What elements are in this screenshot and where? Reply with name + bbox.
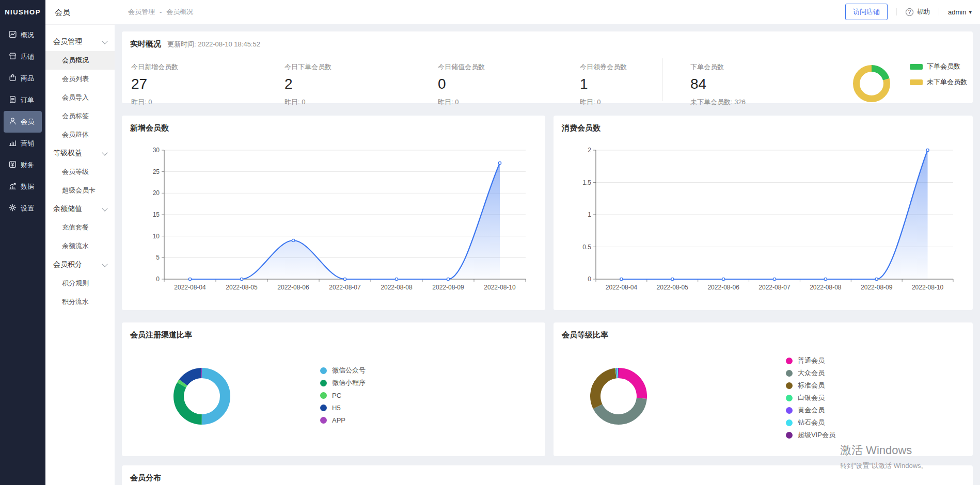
breadcrumb-parent[interactable]: 会员管理 bbox=[128, 7, 155, 17]
stat-label: 今日新增会员数 bbox=[131, 62, 260, 72]
submenu-item-超级会员卡[interactable]: 超级会员卡 bbox=[45, 181, 115, 200]
submenu-item-充值套餐[interactable]: 充值套餐 bbox=[45, 218, 115, 237]
stat-value: 84 bbox=[690, 76, 819, 92]
legend-swatch bbox=[320, 417, 327, 424]
stat-value: 1 bbox=[580, 76, 709, 92]
realtime-header: 实时概况 更新时间: 2022-08-10 18:45:52 bbox=[130, 39, 260, 49]
help-button[interactable]: ? 帮助 bbox=[906, 7, 930, 17]
submenu-group-会员积分[interactable]: 会员积分 bbox=[45, 255, 115, 274]
submenu-item-会员列表[interactable]: 会员列表 bbox=[45, 70, 115, 88]
sidebar-item-marketing[interactable]: 营销 bbox=[4, 133, 42, 154]
legend-swatch bbox=[320, 367, 327, 374]
sidebar-item-finance[interactable]: 财务 bbox=[4, 154, 42, 176]
svg-text:25: 25 bbox=[153, 168, 160, 175]
submenu-group-等级权益[interactable]: 等级权益 bbox=[45, 144, 115, 163]
sidebar-item-data[interactable]: 数据 bbox=[4, 176, 42, 198]
legend-item[interactable]: 超级VIP会员 bbox=[786, 429, 835, 441]
consume-members-line-chart: 00.511.522022-08-042022-08-052022-08-062… bbox=[554, 116, 973, 310]
svg-text:5: 5 bbox=[156, 254, 160, 261]
sidebar-item-label: 财务 bbox=[21, 160, 34, 170]
new-members-line-chart: 0510152025302022-08-042022-08-052022-08-… bbox=[122, 116, 545, 310]
legend-item[interactable]: PC bbox=[320, 389, 366, 401]
legend-item[interactable]: 微信公众号 bbox=[320, 364, 366, 377]
legend-item[interactable]: 白银会员 bbox=[786, 392, 835, 404]
legend-swatch bbox=[786, 358, 793, 364]
stat-card: 今日储值会员数 0 昨日: 0 bbox=[438, 62, 567, 107]
svg-text:1.5: 1.5 bbox=[582, 179, 591, 186]
register-channel-title: 会员注册渠道比率 bbox=[130, 330, 192, 340]
realtime-title: 实时概况 bbox=[130, 39, 161, 49]
submenu-item-会员标签[interactable]: 会员标签 bbox=[45, 107, 115, 125]
legend-label: 普通会员 bbox=[798, 356, 825, 365]
legend-swatch bbox=[910, 64, 923, 70]
stat-label: 下单会员数 bbox=[690, 62, 819, 72]
sidebar-item-goods[interactable]: 商品 bbox=[4, 68, 42, 89]
legend-item[interactable]: 标准会员 bbox=[786, 379, 835, 392]
chevron-down-icon bbox=[102, 150, 107, 155]
marketing-icon bbox=[8, 138, 17, 149]
legend-item[interactable]: 普通会员 bbox=[786, 354, 835, 367]
submenu-group-会员管理[interactable]: 会员管理 bbox=[45, 33, 115, 51]
member-level-legend: 普通会员大众会员标准会员白银会员黄金会员钻石会员超级VIP会员 bbox=[786, 354, 835, 441]
stat-sub: 昨日: 0 bbox=[131, 98, 260, 107]
sidebar-item-label: 店铺 bbox=[21, 52, 34, 61]
legend-item[interactable]: APP bbox=[320, 414, 366, 426]
member-level-panel: 会员等级比率 普通会员大众会员标准会员白银会员黄金会员钻石会员超级VIP会员 bbox=[554, 322, 973, 456]
sidebar-item-overview[interactable]: 概况 bbox=[4, 24, 42, 46]
legend-label: 下单会员数 bbox=[927, 62, 960, 71]
submenu-item-积分流水[interactable]: 积分流水 bbox=[45, 293, 115, 311]
sidebar-item-shop[interactable]: 店铺 bbox=[4, 46, 42, 68]
legend-label: 微信小程序 bbox=[332, 378, 366, 387]
visit-shop-button[interactable]: 访问店铺 bbox=[845, 4, 888, 20]
sidebar-item-members[interactable]: 会员 bbox=[4, 111, 42, 133]
svg-text:2022-08-04: 2022-08-04 bbox=[606, 284, 638, 291]
submenu-item-会员等级[interactable]: 会员等级 bbox=[45, 163, 115, 181]
legend-item[interactable]: 下单会员数 bbox=[910, 62, 967, 71]
submenu-group-label: 等级权益 bbox=[53, 149, 82, 158]
stat-label: 今日领券会员数 bbox=[580, 62, 709, 72]
submenu-item-会员群体[interactable]: 会员群体 bbox=[45, 125, 115, 144]
svg-text:2022-08-06: 2022-08-06 bbox=[707, 284, 739, 291]
submenu-item-余额流水[interactable]: 余额流水 bbox=[45, 237, 115, 255]
submenu-item-积分规则[interactable]: 积分规则 bbox=[45, 274, 115, 293]
legend-swatch bbox=[786, 370, 793, 377]
svg-text:2: 2 bbox=[588, 147, 591, 154]
submenu-group-余额储值[interactable]: 余额储值 bbox=[45, 200, 115, 218]
realtime-overview-panel: 实时概况 更新时间: 2022-08-10 18:45:52 今日新增会员数 2… bbox=[122, 31, 973, 103]
svg-text:2022-08-09: 2022-08-09 bbox=[432, 284, 464, 291]
legend-label: 钻石会员 bbox=[798, 418, 825, 427]
stat-card: 今日领券会员数 1 昨日: 0 bbox=[580, 62, 709, 107]
legend-label: 微信公众号 bbox=[332, 366, 366, 375]
stat-sub: 昨日: 0 bbox=[284, 98, 414, 107]
sidebar-item-label: 会员 bbox=[21, 117, 34, 126]
legend-item[interactable]: 钻石会员 bbox=[786, 416, 835, 429]
member-icon bbox=[8, 117, 17, 127]
svg-text:0.5: 0.5 bbox=[582, 244, 591, 251]
legend-item[interactable]: 大众会员 bbox=[786, 367, 835, 379]
sidebar-item-settings[interactable]: 设置 bbox=[4, 198, 42, 219]
order-members-card: 下单会员数 84 未下单会员数: 326 bbox=[690, 62, 819, 107]
svg-text:0: 0 bbox=[156, 276, 160, 283]
help-label: 帮助 bbox=[916, 7, 930, 17]
submenu-item-会员概况[interactable]: 会员概况 bbox=[45, 51, 115, 70]
legend-label: 白银会员 bbox=[798, 393, 825, 402]
sidebar-item-orders[interactable]: 订单 bbox=[4, 89, 42, 111]
svg-text:2022-08-08: 2022-08-08 bbox=[810, 284, 842, 291]
sidebar-item-label: 商品 bbox=[21, 74, 34, 83]
user-menu[interactable]: admin ▾ bbox=[948, 8, 972, 16]
legend-item[interactable]: 未下单会员数 bbox=[910, 77, 967, 87]
member-distribution-title: 会员分布 bbox=[130, 473, 161, 483]
stat-card: 今日新增会员数 27 昨日: 0 bbox=[131, 62, 260, 107]
legend-swatch bbox=[320, 380, 327, 386]
legend-swatch bbox=[786, 407, 793, 414]
legend-item[interactable]: H5 bbox=[320, 401, 366, 414]
submenu-item-会员导入[interactable]: 会员导入 bbox=[45, 88, 115, 107]
legend-item[interactable]: 黄金会员 bbox=[786, 404, 835, 416]
finance-icon bbox=[8, 160, 17, 170]
sidebar-item-label: 设置 bbox=[21, 204, 34, 213]
svg-text:2022-08-09: 2022-08-09 bbox=[861, 284, 893, 291]
stat-value: 2 bbox=[284, 76, 414, 92]
legend-item[interactable]: 微信小程序 bbox=[320, 377, 366, 389]
member-level-title: 会员等级比率 bbox=[562, 330, 608, 340]
register-channel-legend: 微信公众号微信小程序PCH5APP bbox=[320, 364, 366, 426]
